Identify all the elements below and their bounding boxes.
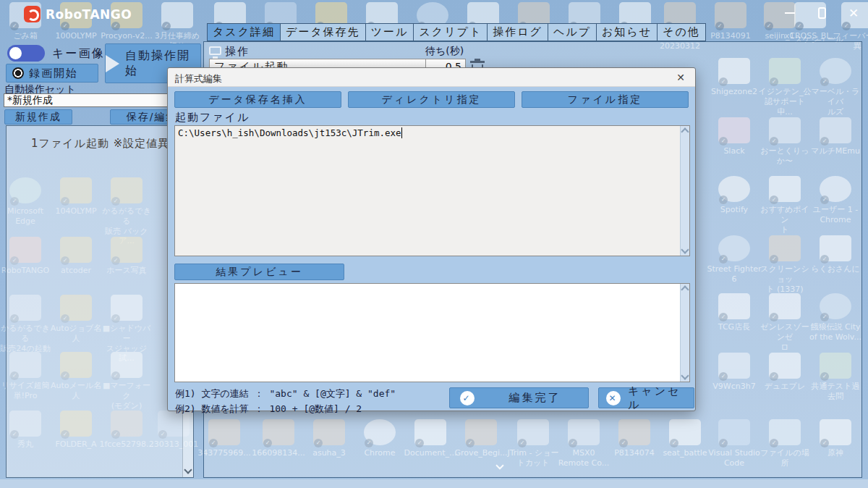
cancel-label: キャンセル <box>628 384 694 412</box>
desktop-icon[interactable]: ✓P8134091 <box>703 2 758 41</box>
key-image-label: キー画像 <box>52 46 104 62</box>
robotango-logo-icon <box>24 6 41 22</box>
tab-2[interactable]: ツール <box>365 23 414 41</box>
text-caret <box>401 127 403 138</box>
window-bottom-strip <box>0 479 868 488</box>
wait-seconds-label: 待ち(秒) <box>425 45 464 58</box>
scroll-up-icon <box>681 127 689 135</box>
tab-1[interactable]: データ保存先 <box>280 23 366 41</box>
app-logo-text: RoboTANGO <box>46 7 132 22</box>
check-icon: ✓ <box>460 391 475 405</box>
preview-textarea[interactable] <box>174 283 690 382</box>
result-preview-button[interactable]: 結果プレビュー <box>174 264 344 280</box>
sync-check-badge: ✓ <box>715 22 724 30</box>
sync-check-badge: ✓ <box>111 22 120 30</box>
edit-complete-label: 編集完了 <box>482 391 588 405</box>
tab-4[interactable]: 操作ログ <box>487 23 548 41</box>
record-label: 録画開始 <box>29 67 78 80</box>
file-select-button[interactable]: ファイル指定 <box>522 91 689 108</box>
minimize-icon <box>785 12 795 14</box>
desktop-icon-label: Procyon-v2... <box>99 31 154 41</box>
launch-file-label: 起動ファイル <box>175 111 250 125</box>
tab-3[interactable]: スクリプト <box>413 23 488 41</box>
task-set-list: 1ファイル起動 ※設定値異常 <box>6 125 194 478</box>
sync-check-badge: ✓ <box>61 22 69 30</box>
sync-check-badge: ✓ <box>795 22 804 30</box>
close-button[interactable]: ✕ <box>846 6 861 20</box>
sync-check-badge: ✓ <box>10 22 19 30</box>
sync-check-badge: ✓ <box>765 22 773 30</box>
tab-5[interactable]: ヘルプ <box>548 23 597 41</box>
file-icon: ✓ <box>161 2 193 28</box>
tab-7[interactable]: その他 <box>657 23 706 41</box>
x-icon: ✕ <box>606 391 621 405</box>
desktop-icon-label: P8134091 <box>703 31 758 41</box>
preview-scrollbar[interactable] <box>680 284 689 382</box>
tab-bar: タスク詳細データ保存先ツールスクリプト操作ログヘルプお知らせその他 <box>208 23 706 41</box>
key-image-toggle[interactable] <box>7 45 45 62</box>
maximize-icon <box>818 7 826 19</box>
scroll-down-icon <box>681 245 689 253</box>
scroll-down-icon <box>184 466 192 474</box>
example-1-text: 例1) 文字の連結 ： "abc" & [@文字] & "def" <box>175 387 396 400</box>
dialog-titlebar[interactable]: 計算式編集 ✕ <box>168 68 695 87</box>
example-2-text: 例2) 数値を計算 ： 100 + [@数値] / 2 <box>175 403 362 416</box>
monitor-icon <box>209 46 221 55</box>
desktop-icon-label: 100OLYMP <box>48 31 103 41</box>
insert-button-row: データ保存名挿入 ディレクトリ指定 ファイル指定 <box>174 91 689 108</box>
close-icon: ✕ <box>848 7 859 20</box>
window-controls: ✕ <box>783 6 861 20</box>
sync-check-badge: ✓ <box>842 22 851 30</box>
edit-complete-button[interactable]: ✓ 編集完了 <box>449 387 589 408</box>
record-icon <box>12 67 24 79</box>
formula-textarea[interactable]: C:\Users\h_ish\Downloads\jt153c\JTrim.ex… <box>174 125 690 256</box>
trash-lid <box>470 61 485 63</box>
maximize-button[interactable] <box>814 6 829 20</box>
dialog-close-button[interactable]: ✕ <box>676 72 685 83</box>
formula-text: C:\Users\h_ish\Downloads\jt153c\JTrim.ex… <box>178 127 401 138</box>
app-logo: RoboTANGO <box>24 6 132 22</box>
cancel-button[interactable]: ✕ キャンセル <box>598 387 694 408</box>
scroll-down-icon <box>681 371 689 379</box>
set-name-field[interactable]: *新規作成 <box>4 93 194 107</box>
image-icon: ✓ <box>715 2 746 28</box>
directory-select-button[interactable]: ディレクトリ指定 <box>348 91 515 108</box>
panel-scroll-down-icon[interactable] <box>495 461 503 469</box>
insert-data-name-button[interactable]: データ保存名挿入 <box>174 91 341 108</box>
record-start-button[interactable]: 録画開始 <box>6 64 98 83</box>
sync-check-badge: ✓ <box>162 22 171 30</box>
scroll-up-icon <box>681 285 689 293</box>
formula-scrollbar[interactable] <box>680 126 689 256</box>
formula-edit-dialog: 計算式編集 ✕ データ保存名挿入 ディレクトリ指定 ファイル指定 起動ファイル … <box>167 67 696 411</box>
operation-label: 操作 <box>225 45 250 59</box>
toggle-knob <box>9 47 22 59</box>
desktop-icon-label: ごみ箱 <box>0 31 53 41</box>
play-icon <box>106 55 119 72</box>
task-list-item[interactable]: 1ファイル起動 ※設定値異常 <box>31 137 181 151</box>
tab-0[interactable]: タスク詳細 <box>207 23 281 41</box>
tab-6[interactable]: お知らせ <box>596 23 658 41</box>
dialog-title: 計算式編集 <box>175 72 222 85</box>
minimize-button[interactable] <box>783 6 797 20</box>
new-create-button[interactable]: 新規作成 <box>4 109 72 125</box>
